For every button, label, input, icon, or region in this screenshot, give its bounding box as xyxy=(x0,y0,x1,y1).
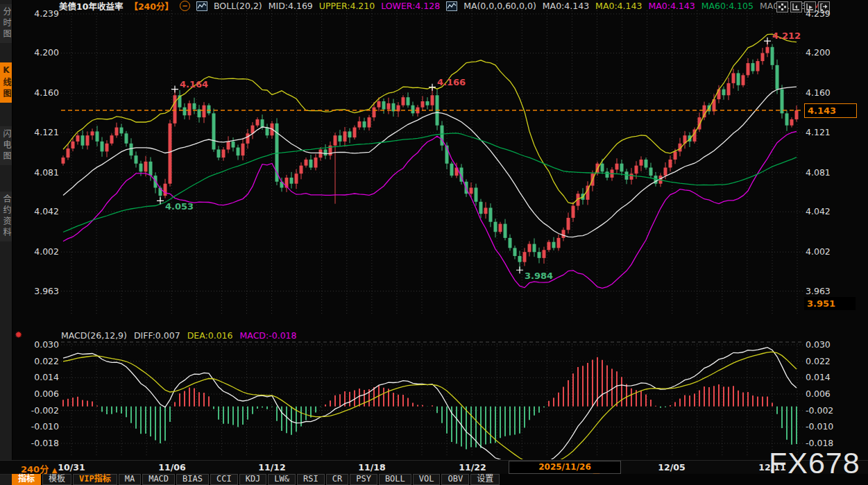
alert-icon[interactable]: ✹ xyxy=(15,330,22,340)
toolbar-button-BIAS[interactable]: BIAS xyxy=(176,474,209,485)
y-axis-label: 4.121 xyxy=(17,127,59,137)
bottom-toolbar: 指标模板VIP指标MAMACDBIASCCIKDJLW&RSICRPSYBOLL… xyxy=(12,474,868,485)
macd-axis-label: 0.030 xyxy=(17,339,59,350)
y-axis-label: 4.160 xyxy=(17,87,59,98)
macd-axis-label: -0.010 xyxy=(806,421,847,432)
sidebar-tab-1[interactable]: 分时图 xyxy=(0,4,12,43)
macd-axis-label: 0.030 xyxy=(806,339,847,350)
macd-axis-label: 0.014 xyxy=(17,372,59,382)
trading-chart-app: 分时图K线图闪电图合约资料 美债10年收益率 【240分】 −BOLL(20,2… xyxy=(0,0,868,485)
y-axis-label: 3.963 xyxy=(806,286,847,296)
current-price-badge: 4.143 xyxy=(804,103,857,118)
sidebar-tab-4[interactable]: 合约资料 xyxy=(0,192,12,241)
macd-axis-label: -0.002 xyxy=(806,405,847,416)
caret-up-icon: ▲ xyxy=(52,466,58,474)
macd-axis-label: 0.022 xyxy=(806,356,847,366)
y-axis-label: 4.200 xyxy=(806,47,847,58)
toolbar-button-LW&[interactable]: LW& xyxy=(268,474,296,485)
x-axis-label: 12/05 xyxy=(658,462,685,473)
y-axis-label: 4.239 xyxy=(17,8,59,19)
toolbar-button-RSI[interactable]: RSI xyxy=(297,474,325,485)
selected-bar-time: 2025/11/26 00:00~04:00 三 xyxy=(509,461,621,474)
x-axis-label: 10/31 xyxy=(58,462,85,473)
left-sidebar: 分时图K线图闪电图合约资料 xyxy=(0,0,12,485)
y-axis-label: 4.042 xyxy=(17,206,59,216)
macd-axis-label: 0.022 xyxy=(17,356,59,366)
toolbar-button-MACD[interactable]: MACD xyxy=(142,474,175,485)
macd-pane[interactable] xyxy=(61,326,803,459)
toolbar-button-BOLL[interactable]: BOLL xyxy=(379,474,411,485)
toolbar-button-CCI[interactable]: CCI xyxy=(210,474,238,485)
macd-axis-label: -0.002 xyxy=(17,405,59,416)
toolbar-button-CR[interactable]: CR xyxy=(326,474,348,485)
y-axis-label: 4.002 xyxy=(806,246,847,257)
y-axis-label: 4.239 xyxy=(806,8,847,19)
toolbar-button-PSY[interactable]: PSY xyxy=(350,474,377,485)
toolbar-button-设置[interactable]: 设置 xyxy=(470,474,500,485)
y-axis-label: 4.200 xyxy=(17,47,59,58)
extreme-price-label: 4.053 xyxy=(165,201,194,212)
extreme-price-label: 4.166 xyxy=(437,77,466,87)
extreme-price-label: 4.164 xyxy=(180,79,208,90)
toolbar-button-VIP指标[interactable]: VIP指标 xyxy=(73,474,117,485)
toolbar-button-OBV[interactable]: OBV xyxy=(441,474,469,485)
x-axis: 240分 ▲ 2025/11/26 00:00~04:00 三 10/3111/… xyxy=(0,460,868,475)
toolbar-button-VOL[interactable]: VOL xyxy=(413,474,441,485)
toolbar-button-MA[interactable]: MA xyxy=(119,474,141,485)
x-axis-label: 11/22 xyxy=(459,462,486,473)
x-axis-label: 11/06 xyxy=(158,462,185,473)
macd-axis-label: -0.018 xyxy=(17,438,59,448)
extreme-price-label: 4.212 xyxy=(772,31,801,41)
macd-axis-label: 0.014 xyxy=(806,372,847,382)
fx678-watermark: FX678 xyxy=(769,446,860,480)
toolbar-button-模板[interactable]: 模板 xyxy=(42,474,71,485)
x-axis-label: 11/12 xyxy=(258,462,285,473)
y-axis-label: 4.081 xyxy=(806,167,847,178)
macd-axis-label: 0.006 xyxy=(17,389,59,399)
macd-axis-label: 0.006 xyxy=(806,389,847,399)
toolbar-button-KDJ[interactable]: KDJ xyxy=(239,474,267,485)
y-axis-label: 4.002 xyxy=(17,246,59,257)
x-axis-label: 11/18 xyxy=(358,462,385,473)
y-axis-label: 4.081 xyxy=(17,167,59,178)
toolbar-button-指标[interactable]: 指标 xyxy=(12,474,41,485)
y-axis-label: 4.160 xyxy=(806,87,847,98)
y-axis-label: 4.121 xyxy=(806,127,847,137)
extreme-price-label: 3.984 xyxy=(525,271,553,281)
sidebar-tab-3[interactable]: 闪电图 xyxy=(0,126,12,165)
session-low-badge: 3.951 xyxy=(804,297,856,310)
macd-axis-label: -0.010 xyxy=(17,421,59,432)
y-axis-label: 4.042 xyxy=(806,206,847,216)
sidebar-tab-2[interactable]: K线图 xyxy=(0,62,12,103)
y-axis-label: 3.963 xyxy=(17,286,59,296)
main-chart[interactable]: 4.1644.0534.1663.9844.212 xyxy=(61,7,803,319)
